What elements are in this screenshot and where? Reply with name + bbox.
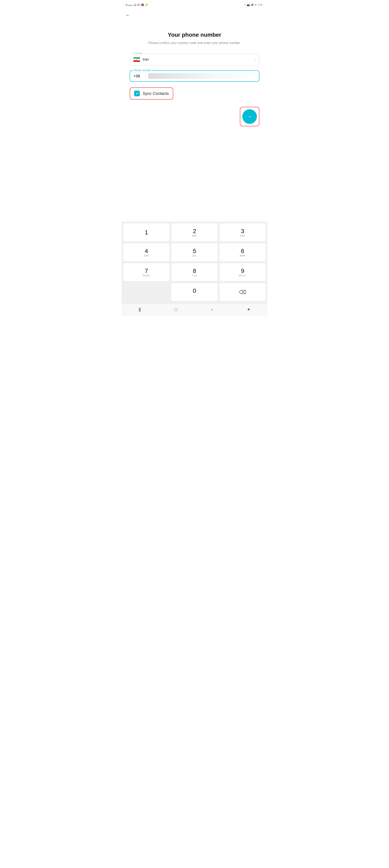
key-9[interactable]: 9 WXYZ (219, 263, 266, 281)
country-code: +98 (133, 74, 143, 79)
sync-contacts-checkbox[interactable]: Sync Contacts (130, 87, 173, 99)
home-icon: □ (175, 307, 177, 312)
page-subtitle: Please confirm your country code and ent… (130, 40, 259, 45)
key-6-number: 6 (241, 248, 244, 254)
battery-status: ۵۱درصد (126, 3, 133, 6)
dot-icon: • (245, 3, 245, 6)
mute-icon: 🔇 (141, 3, 144, 6)
page-title: Your phone number (130, 32, 259, 38)
nav-home[interactable]: □ (171, 306, 181, 313)
sync-contacts-label: Sync Contacts (143, 91, 169, 96)
status-bar: ۵۱درصد ||| 4G 🔇 🔑 • 📷 🖼 ✕ ۱۱:۴۰ (122, 0, 267, 9)
back-nav-icon: › (211, 307, 213, 312)
phone-number-field[interactable]: Phone number +98 (130, 70, 259, 82)
next-button-wrapper: → (240, 107, 259, 126)
recent-apps-icon: ||| (138, 307, 140, 312)
accessibility-icon: ✦ (247, 307, 251, 312)
key-2-number: 2 (193, 228, 196, 234)
key-5-letters: JKL (192, 254, 197, 257)
clock: ۱۱:۴۰ (258, 3, 263, 6)
key-3-letters: DEF (240, 235, 245, 237)
key-empty (123, 283, 170, 301)
key-7-letters: PQRS (143, 274, 150, 277)
keyboard-row-4: 0 + ⌫ (123, 283, 266, 301)
next-arrow-icon: → (247, 113, 253, 120)
next-button-area: → (130, 107, 259, 126)
key-0-number: 0 (193, 288, 196, 294)
bottom-navigation: ||| □ › ✦ (122, 303, 267, 316)
phone-number-input[interactable] (148, 73, 256, 79)
main-content: Your phone number Please confirm your co… (122, 20, 267, 221)
key-6[interactable]: 6 MNO (219, 243, 266, 261)
checkbox-checked-icon (134, 91, 140, 96)
key-icon: 🔑 (145, 3, 148, 6)
key-delete[interactable]: ⌫ (219, 283, 266, 301)
key-0-letters: + (194, 294, 195, 297)
gallery-icon: 🖼 (251, 3, 254, 6)
country-flag: 🇮🇷 (133, 56, 140, 63)
key-0[interactable]: 0 + (171, 283, 218, 301)
keyboard: 1 2 ABC 3 DEF 4 GHI 5 JKL 6 MNO 7 PQRS (122, 221, 267, 303)
key-6-letters: MNO (240, 254, 246, 257)
key-8-number: 8 (193, 268, 196, 274)
key-9-number: 9 (241, 268, 244, 274)
key-9-letters: WXYZ (239, 274, 246, 277)
keyboard-row-1: 1 2 ABC 3 DEF (123, 223, 266, 242)
key-3-number: 3 (241, 228, 244, 234)
phone-divider (145, 73, 146, 79)
next-button[interactable]: → (242, 109, 257, 124)
key-4-letters: GHI (144, 254, 149, 257)
key-4[interactable]: 4 GHI (123, 243, 170, 261)
country-field-label: Country (133, 52, 144, 55)
key-3[interactable]: 3 DEF (219, 223, 266, 242)
back-arrow-icon: ← (126, 12, 130, 18)
key-7-number: 7 (145, 268, 148, 274)
keyboard-row-2: 4 GHI 5 JKL 6 MNO (123, 243, 266, 261)
nav-accessibility[interactable]: ✦ (243, 306, 255, 313)
key-5-number: 5 (193, 248, 196, 254)
key-8[interactable]: 8 TUV (171, 263, 218, 281)
nav-back[interactable]: › (207, 306, 217, 313)
nav-recent-apps[interactable]: ||| (134, 306, 145, 313)
chevron-right-icon: › (255, 57, 256, 62)
country-selector[interactable]: Country 🇮🇷 Iran › (130, 54, 259, 65)
status-left: ۵۱درصد ||| 4G 🔇 🔑 (126, 3, 148, 6)
signal-icon: ||| (134, 3, 136, 6)
x-icon: ✕ (255, 3, 257, 6)
key-2-letters: ABC (192, 235, 197, 237)
delete-icon: ⌫ (239, 289, 247, 296)
key-7[interactable]: 7 PQRS (123, 263, 170, 281)
phone-field-label: Phone number (133, 69, 152, 72)
instagram-icon: 📷 (247, 3, 250, 6)
key-2[interactable]: 2 ABC (171, 223, 218, 242)
back-button[interactable]: ← (122, 9, 134, 20)
key-5[interactable]: 5 JKL (171, 243, 218, 261)
4g-icon: 4G (137, 3, 140, 6)
key-1[interactable]: 1 (123, 223, 170, 242)
key-8-letters: TUV (192, 274, 197, 277)
keyboard-row-3: 7 PQRS 8 TUV 9 WXYZ (123, 263, 266, 281)
key-4-number: 4 (145, 248, 148, 254)
country-name: Iran (143, 57, 149, 62)
status-right: • 📷 🖼 ✕ ۱۱:۴۰ (245, 3, 263, 6)
key-1-number: 1 (145, 229, 148, 236)
